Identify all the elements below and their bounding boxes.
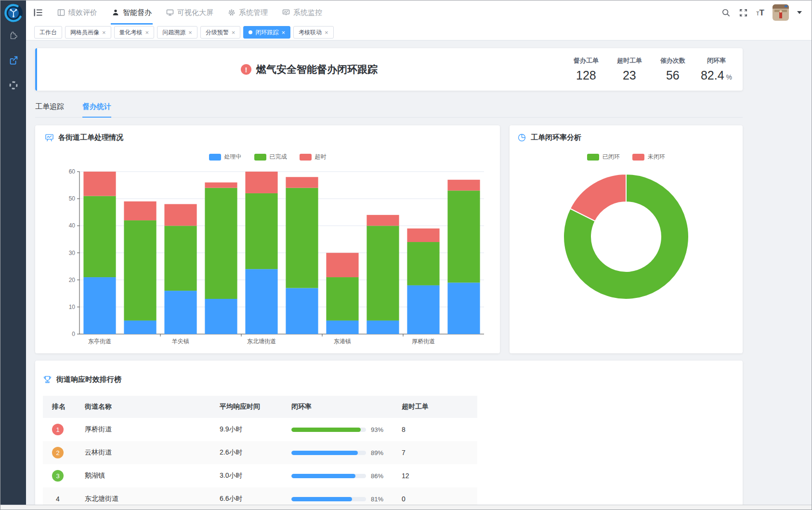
bar-segment[interactable] bbox=[286, 188, 318, 288]
subtab-work-order-tracking[interactable]: 工单追踪 bbox=[35, 102, 64, 117]
bar-segment[interactable] bbox=[83, 196, 116, 278]
bar-segment[interactable] bbox=[205, 182, 237, 188]
bar-segment[interactable] bbox=[326, 277, 358, 321]
tab-problem-tracing[interactable]: 问题溯源 × bbox=[157, 26, 197, 39]
bar-segment[interactable] bbox=[286, 288, 318, 334]
legend-item[interactable]: 未闭环 bbox=[632, 153, 665, 161]
bar-segment[interactable] bbox=[447, 180, 480, 190]
closure-progress: 93% bbox=[291, 426, 393, 433]
bar-segment[interactable] bbox=[83, 172, 116, 196]
bar-segment[interactable] bbox=[205, 188, 237, 299]
search-button[interactable] bbox=[721, 8, 731, 17]
collapse-menu-button[interactable] bbox=[33, 7, 43, 18]
street-name: 厚桥街道 bbox=[76, 418, 210, 441]
tab-grid-member-profile[interactable]: 网格员画像 × bbox=[65, 26, 111, 39]
bar-segment[interactable] bbox=[286, 177, 318, 188]
close-icon[interactable]: × bbox=[145, 29, 149, 36]
bar-segment[interactable] bbox=[447, 190, 480, 282]
user-avatar[interactable] bbox=[773, 4, 789, 21]
bar-segment[interactable] bbox=[367, 215, 399, 226]
user-icon bbox=[112, 9, 119, 16]
stat-label: 闭环率 bbox=[701, 56, 732, 65]
stat-closure-rate: 闭环率 82.4% bbox=[701, 56, 732, 82]
close-icon[interactable]: × bbox=[188, 29, 192, 36]
legend-swatch bbox=[300, 154, 312, 161]
progress-label: 93% bbox=[371, 426, 383, 433]
nav-system-management[interactable]: 系统管理 bbox=[221, 0, 275, 25]
sidebar-item-external-link[interactable] bbox=[0, 48, 26, 73]
close-icon[interactable]: × bbox=[102, 29, 106, 36]
bar-segment[interactable] bbox=[367, 321, 399, 334]
fullscreen-button[interactable] bbox=[739, 8, 748, 17]
layout-icon bbox=[57, 9, 65, 16]
bar-segment[interactable] bbox=[326, 253, 358, 278]
page-title: 燃气安全智能督办闭环跟踪 bbox=[256, 63, 378, 76]
tab-hierarchical-warning[interactable]: 分级预警 × bbox=[200, 26, 241, 39]
stacked-bar-chart[interactable]: 0102030405060东亭街道羊尖镇东北塘街道东港镇厚桥街道 bbox=[45, 165, 490, 344]
tab-workbench[interactable]: 工作台 bbox=[34, 26, 62, 39]
y-axis-label: 50 bbox=[69, 195, 76, 202]
bar-segment[interactable] bbox=[326, 321, 358, 334]
bar-segment[interactable] bbox=[124, 220, 156, 321]
bar-segment[interactable] bbox=[83, 277, 116, 334]
bar-segment[interactable] bbox=[245, 172, 277, 193]
nav-system-monitor[interactable]: 系统监控 bbox=[275, 0, 329, 25]
street-orders-chart-card: 各街道工单处理情况 处理中已完成超时 0102030405060东亭街道羊尖镇东… bbox=[35, 125, 500, 353]
bar-segment[interactable] bbox=[124, 321, 156, 334]
horizontal-scrollbar[interactable] bbox=[0, 505, 812, 510]
sidebar-item-target[interactable] bbox=[0, 73, 26, 98]
nav-label: 系统监控 bbox=[293, 8, 322, 17]
tab-assessment-linkage[interactable]: 考核联动 × bbox=[293, 26, 334, 39]
legend-item[interactable]: 已完成 bbox=[254, 153, 287, 161]
app-logo[interactable] bbox=[4, 3, 23, 23]
trophy-icon bbox=[43, 375, 52, 384]
legend-item[interactable]: 超时 bbox=[300, 153, 327, 161]
bar-segment[interactable] bbox=[164, 226, 196, 291]
progress-track bbox=[291, 474, 366, 478]
stat-value: 82.4% bbox=[701, 68, 732, 82]
col-street-name: 街道名称 bbox=[76, 396, 210, 418]
ranking-title-row: 街道响应时效排行榜 bbox=[43, 375, 735, 384]
bar-segment[interactable] bbox=[407, 285, 439, 334]
close-icon[interactable]: × bbox=[232, 29, 236, 36]
bar-segment[interactable] bbox=[164, 291, 196, 334]
sidebar-item-puzzle[interactable] bbox=[0, 23, 26, 48]
font-size-button[interactable]: TT bbox=[756, 9, 764, 17]
bar-segment[interactable] bbox=[407, 242, 439, 285]
caret-down-icon[interactable] bbox=[797, 11, 802, 14]
legend-item[interactable]: 处理中 bbox=[209, 153, 242, 161]
nav-performance-evaluation[interactable]: 绩效评价 bbox=[50, 0, 105, 25]
x-axis-label: 东亭街道 bbox=[88, 338, 111, 344]
legend-swatch bbox=[209, 154, 221, 161]
bar-segment[interactable] bbox=[164, 204, 196, 226]
banner-card: ! 燃气安全智能督办闭环跟踪 督办工单 128 超时工单 23 催办次数 56 bbox=[35, 48, 743, 91]
tab-quantitative-assessment[interactable]: 量化考核 × bbox=[114, 26, 155, 39]
legend-item[interactable]: 已闭环 bbox=[587, 153, 620, 161]
bar-segment[interactable] bbox=[407, 228, 439, 242]
bar-segment[interactable] bbox=[367, 226, 399, 321]
overtime-count: 8 bbox=[393, 418, 477, 441]
donut-chart-legend: 已闭环未闭环 bbox=[517, 153, 735, 161]
donut-chart[interactable] bbox=[517, 167, 735, 307]
col-rank: 排名 bbox=[43, 396, 76, 418]
tab-closed-loop-tracking[interactable]: 闭环跟踪 × bbox=[243, 26, 290, 39]
nav-visual-screen[interactable]: 可视化大屏 bbox=[159, 0, 221, 25]
bar-segment[interactable] bbox=[245, 193, 277, 269]
table-row: 1 厚桥街道 9.9小时 93% 8 bbox=[43, 418, 477, 441]
subtabs: 工单追踪 督办统计 bbox=[35, 102, 743, 118]
stat-number: 82.4 bbox=[701, 68, 724, 82]
target-icon bbox=[8, 80, 19, 91]
table-header-row: 排名 街道名称 平均响应时间 闭环率 超时工单 bbox=[43, 396, 477, 418]
screen-icon bbox=[166, 9, 174, 16]
subtab-supervision-statistics[interactable]: 督办统计 bbox=[82, 102, 111, 118]
rank-badge: 2 bbox=[52, 447, 64, 458]
bar-segment[interactable] bbox=[447, 282, 480, 334]
close-icon[interactable]: × bbox=[325, 29, 328, 36]
bar-segment[interactable] bbox=[245, 269, 277, 334]
bar-segment[interactable] bbox=[124, 201, 156, 220]
stat-urge-count: 催办次数 56 bbox=[657, 56, 688, 82]
alert-icon: ! bbox=[241, 64, 251, 75]
close-icon[interactable]: × bbox=[281, 29, 285, 36]
nav-smart-supervision[interactable]: 智能督办 bbox=[105, 0, 159, 25]
bar-segment[interactable] bbox=[205, 299, 237, 334]
